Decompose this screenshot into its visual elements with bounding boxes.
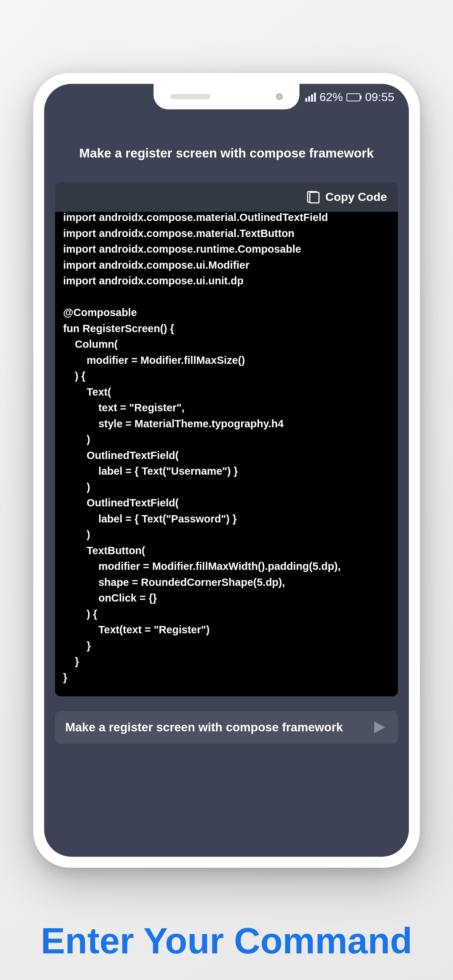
phone-frame: 62% 09:55 Make a register screen with co… [33, 73, 420, 868]
send-button[interactable] [372, 719, 388, 735]
copy-icon [307, 191, 319, 204]
code-panel: Copy Code import androidx.compose.materi… [55, 182, 398, 696]
copy-code-label: Copy Code [325, 190, 387, 204]
command-input[interactable]: Make a register screen with compose fram… [65, 719, 364, 736]
app-content: Make a register screen with compose fram… [44, 84, 409, 857]
speaker-grille [170, 94, 211, 99]
page-caption: Enter Your Command [41, 919, 413, 963]
status-bar: 62% 09:55 [305, 91, 394, 104]
phone-notch [153, 84, 300, 110]
front-camera [276, 93, 283, 100]
code-block[interactable]: import androidx.compose.material.Materia… [55, 212, 398, 696]
phone-screen: 62% 09:55 Make a register screen with co… [44, 84, 409, 857]
battery-icon [346, 93, 362, 101]
command-input-bar[interactable]: Make a register screen with compose fram… [55, 711, 398, 744]
copy-code-button[interactable]: Copy Code [55, 182, 398, 212]
battery-percent: 62% [319, 91, 343, 104]
status-time: 09:55 [365, 91, 394, 104]
prompt-title: Make a register screen with compose fram… [55, 146, 398, 182]
signal-icon [305, 92, 316, 102]
code-text: import androidx.compose.material.Outline… [63, 212, 341, 683]
send-icon [374, 722, 385, 733]
